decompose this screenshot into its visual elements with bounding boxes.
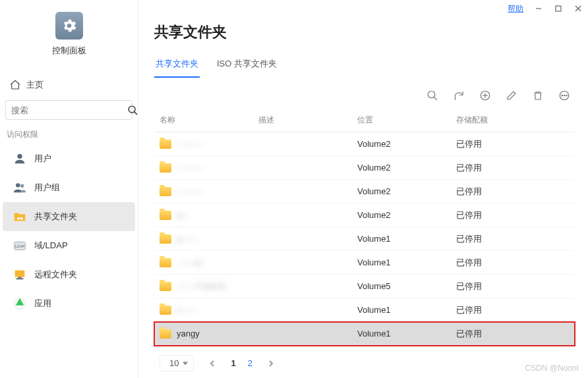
row-name: v—— bbox=[177, 305, 198, 315]
search-button[interactable] bbox=[426, 89, 439, 102]
row-location: Volume2 bbox=[357, 210, 456, 220]
table-row[interactable]: a—Volume2已停用 bbox=[154, 203, 575, 227]
folder-icon bbox=[160, 211, 171, 220]
edit-button[interactable] bbox=[505, 89, 518, 102]
apps-icon bbox=[12, 296, 28, 311]
svg-point-9 bbox=[17, 217, 20, 220]
row-name: ——os bbox=[177, 257, 203, 267]
table-row[interactable]: ———Volume2已停用 bbox=[154, 180, 575, 203]
svg-point-8 bbox=[20, 184, 24, 188]
row-name: ——— bbox=[177, 163, 202, 173]
sidebar-item-label: 应用 bbox=[34, 298, 51, 310]
row-quota: 已停用 bbox=[456, 162, 570, 174]
table-row[interactable]: ——osVolume1已停用 bbox=[154, 251, 575, 275]
row-location: Volume1 bbox=[357, 329, 456, 338]
row-quota: 已停用 bbox=[456, 257, 570, 269]
group-icon bbox=[12, 180, 28, 196]
folder-icon bbox=[160, 306, 171, 315]
svg-point-25 bbox=[566, 95, 568, 96]
sidebar-item-label: 用户组 bbox=[34, 182, 60, 194]
delete-button[interactable] bbox=[531, 89, 544, 102]
row-name: yangy bbox=[177, 329, 200, 338]
row-quota: 已停用 bbox=[456, 328, 570, 340]
folder-icon bbox=[160, 187, 171, 196]
pager: 10 1 2 bbox=[154, 355, 575, 371]
toolbar bbox=[154, 89, 575, 102]
row-quota: 已停用 bbox=[456, 209, 570, 221]
folder-table: 名称 描述 位置 存储配额 ———Volume2已停用———Volume2已停用… bbox=[154, 109, 575, 346]
sidebar-item-users[interactable]: 用户 bbox=[3, 144, 135, 173]
svg-point-4 bbox=[129, 106, 135, 113]
svg-point-10 bbox=[20, 217, 23, 220]
search-input[interactable] bbox=[6, 105, 127, 115]
col-desc[interactable]: 描述 bbox=[258, 115, 357, 126]
sidebar-item-groups[interactable]: 用户组 bbox=[3, 173, 135, 202]
row-location: Volume2 bbox=[357, 139, 456, 149]
ldap-icon: LDAP bbox=[12, 238, 28, 254]
tab-iso-shared-folders[interactable]: ISO 共享文件夹 bbox=[216, 54, 278, 78]
watermark: CSDN @Noont bbox=[525, 364, 579, 373]
table-row[interactable]: —— Folder5Volume5已停用 bbox=[154, 275, 575, 298]
svg-point-7 bbox=[16, 183, 20, 187]
row-location: Volume1 bbox=[357, 257, 456, 267]
search-icon[interactable] bbox=[127, 105, 138, 116]
row-location: Volume1 bbox=[357, 305, 456, 315]
sidebar-item-label: 用户 bbox=[34, 153, 51, 165]
sidebar-item-label: 共享文件夹 bbox=[34, 211, 77, 223]
row-quota: 已停用 bbox=[456, 304, 570, 316]
row-name: a—— bbox=[177, 234, 198, 244]
col-quota[interactable]: 存储配额 bbox=[456, 115, 570, 126]
folder-icon bbox=[160, 163, 171, 173]
row-location: Volume2 bbox=[357, 163, 456, 173]
row-quota: 已停用 bbox=[456, 138, 570, 150]
add-button[interactable] bbox=[479, 89, 492, 102]
folder-icon bbox=[160, 282, 171, 291]
sidebar-item-label: 远程文件夹 bbox=[34, 269, 77, 281]
sidebar-item-apps[interactable]: 应用 bbox=[3, 289, 135, 318]
page-2[interactable]: 2 bbox=[248, 358, 252, 368]
row-name: a— bbox=[177, 210, 190, 220]
control-panel-icon bbox=[55, 12, 83, 40]
table-row[interactable]: ———Volume2已停用 bbox=[154, 156, 575, 180]
svg-line-5 bbox=[134, 111, 137, 114]
svg-point-17 bbox=[428, 91, 435, 98]
shared-folder-icon bbox=[12, 209, 28, 225]
svg-rect-14 bbox=[18, 277, 22, 279]
sidebar-item-remote-folders[interactable]: 远程文件夹 bbox=[3, 260, 135, 289]
sidebar-item-ldap[interactable]: LDAP 域/LDAP bbox=[3, 231, 135, 260]
col-name[interactable]: 名称 bbox=[160, 115, 258, 126]
row-name: ——— bbox=[177, 186, 202, 196]
table-row[interactable]: yangyVolume1已停用 bbox=[154, 322, 575, 346]
row-quota: 已停用 bbox=[456, 281, 570, 292]
sidebar-item-shared-folders[interactable]: 共享文件夹 bbox=[3, 202, 135, 231]
page-size-select[interactable]: 10 bbox=[160, 355, 194, 371]
svg-point-6 bbox=[17, 154, 22, 159]
row-location: Volume2 bbox=[357, 186, 456, 196]
table-row[interactable]: ———Volume2已停用 bbox=[154, 132, 575, 156]
next-page-button[interactable] bbox=[264, 357, 278, 370]
sidebar: 控制面板 主页 访问权限 用户 用户组 共享文件夹 LDAP 域/LDAP 远程… bbox=[0, 0, 138, 378]
prev-page-button[interactable] bbox=[206, 357, 219, 370]
search-box[interactable] bbox=[5, 100, 132, 120]
svg-rect-15 bbox=[16, 279, 24, 280]
more-button[interactable] bbox=[558, 89, 571, 102]
tab-shared-folders[interactable]: 共享文件夹 bbox=[154, 54, 200, 78]
folder-icon bbox=[160, 140, 171, 149]
svg-point-23 bbox=[562, 95, 563, 96]
svg-line-18 bbox=[434, 97, 437, 100]
svg-rect-13 bbox=[15, 271, 25, 277]
folder-icon bbox=[160, 234, 171, 244]
home-link[interactable]: 主页 bbox=[0, 74, 138, 96]
sidebar-title: 控制面板 bbox=[0, 45, 138, 57]
home-label: 主页 bbox=[26, 79, 44, 91]
table-row[interactable]: a——Volume1已停用 bbox=[154, 227, 575, 251]
page-1[interactable]: 1 bbox=[231, 358, 235, 368]
row-name: ——— bbox=[177, 139, 202, 149]
refresh-button[interactable] bbox=[452, 89, 465, 102]
table-row[interactable]: v——Volume1已停用 bbox=[154, 298, 575, 322]
row-quota: 已停用 bbox=[456, 186, 570, 198]
col-loc[interactable]: 位置 bbox=[357, 115, 456, 126]
tabs: 共享文件夹 ISO 共享文件夹 bbox=[154, 54, 575, 78]
page-title: 共享文件夹 bbox=[154, 22, 575, 42]
section-label: 访问权限 bbox=[0, 120, 138, 144]
